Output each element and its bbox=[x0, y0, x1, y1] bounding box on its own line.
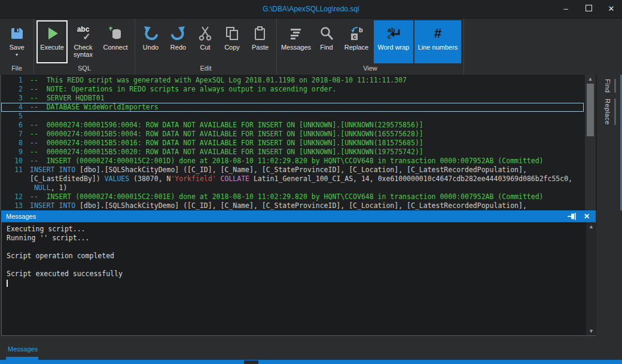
line-numbers-icon: # bbox=[434, 23, 441, 44]
replace-button[interactable]: b c Replace bbox=[340, 20, 373, 63]
scroll-up-icon[interactable]: ▲ bbox=[585, 75, 596, 83]
code-text: NULL, 1) bbox=[30, 183, 67, 192]
code-text: -- 00000274:000015B5:0020: ROW DATA NOT … bbox=[30, 148, 423, 157]
code-text: INSERT INTO [dbo].[SQLShackCityDemo] ([C… bbox=[30, 166, 527, 175]
editor-line: 2-- NOTE: Operations in REDO scripts are… bbox=[1, 85, 597, 94]
save-icon bbox=[9, 23, 25, 44]
replace-icon: b c bbox=[349, 23, 364, 44]
editor-line: 3-- SERVER HQDBT01 bbox=[1, 94, 597, 103]
console-line: Script executed successfully bbox=[7, 270, 595, 279]
save-dropdown-caret-icon[interactable]: ▾ bbox=[16, 51, 18, 59]
paste-button[interactable]: Paste bbox=[246, 20, 274, 63]
line-number: 9 bbox=[1, 148, 30, 157]
scroll-down-icon[interactable]: ▼ bbox=[586, 327, 596, 335]
line-number: 1 bbox=[1, 76, 30, 85]
bottom-accent-bar bbox=[0, 360, 622, 364]
title-bar: G:\DBA\ApexSQLLog\redo.sql – ✕ bbox=[0, 0, 622, 19]
code-text: -- INSERT (00000274:000015C2:001D) done … bbox=[30, 157, 544, 166]
line-number: 11 bbox=[1, 166, 30, 175]
console-line: Script operation completed bbox=[7, 252, 595, 261]
check-syntax-button[interactable]: abc ✓ Check syntax bbox=[69, 20, 97, 63]
editor-line: 6-- 00000274:00001596:0004: ROW DATA NOT… bbox=[1, 121, 597, 130]
word-wrap-icon: ab c bbox=[385, 23, 402, 44]
line-number: 6 bbox=[1, 121, 30, 130]
console-line bbox=[7, 261, 595, 270]
find-icon bbox=[319, 23, 334, 44]
line-number: 3 bbox=[1, 94, 30, 103]
line-number: 4 bbox=[1, 103, 30, 112]
messages-console[interactable]: Executing script...Running '' script...S… bbox=[1, 222, 596, 336]
redo-icon bbox=[170, 23, 186, 44]
execute-button[interactable]: Execute bbox=[36, 20, 68, 63]
window-title: G:\DBA\ApexSQLLog\redo.sql bbox=[0, 5, 622, 13]
toolbar-group-view: Messages Find b bbox=[277, 19, 464, 75]
line-number bbox=[1, 175, 30, 183]
toolbar-group-edit: Undo Redo C bbox=[135, 19, 277, 75]
messages-scrollbar[interactable]: ▲ ▼ bbox=[586, 222, 596, 335]
messages-panel-title: Messages bbox=[6, 213, 36, 220]
code-text: -- This REDO script was generated with A… bbox=[30, 76, 407, 85]
console-line bbox=[7, 243, 595, 252]
editor-line: 13INSERT INTO [dbo].[SQLShackCityDemo] (… bbox=[1, 201, 597, 210]
console-line: Executing script... bbox=[7, 225, 595, 234]
code-text: [C_LastEditedBy]) VALUES (38070, N'Yorkf… bbox=[30, 175, 572, 183]
line-number: 12 bbox=[1, 192, 30, 201]
editor-line: 5 bbox=[1, 112, 597, 121]
toolbar-group-sql: Execute abc ✓ Check syntax Connect bbox=[34, 19, 135, 75]
paste-icon bbox=[252, 23, 268, 44]
toolbar-group-file: Save ▾ File bbox=[0, 19, 34, 75]
svg-text:c: c bbox=[353, 33, 356, 40]
close-icon[interactable]: ✕ bbox=[606, 4, 616, 14]
toolbar-group-label-view: View bbox=[279, 63, 462, 75]
code-editor[interactable]: 1-- This REDO script was generated with … bbox=[0, 75, 597, 210]
messages-panel: Messages ✕ Executing script...Running ''… bbox=[0, 210, 597, 337]
connect-icon bbox=[107, 23, 124, 44]
code-text: -- 00000274:000015B5:0016: ROW DATA NOT … bbox=[30, 139, 423, 148]
messages-panel-header[interactable]: Messages ✕ bbox=[1, 210, 596, 222]
line-number: 13 bbox=[1, 201, 30, 210]
toolbar-group-label-file: File bbox=[2, 63, 32, 75]
editor-line: 11INSERT INTO [dbo].[SQLShackCityDemo] (… bbox=[1, 166, 597, 175]
messages-close-icon[interactable]: ✕ bbox=[584, 212, 590, 221]
undo-button[interactable]: Undo bbox=[138, 20, 164, 63]
code-text: INSERT INTO [dbo].[SQLShackCityDemo] ([C… bbox=[30, 201, 527, 210]
console-line bbox=[7, 279, 595, 287]
console-lines: Executing script...Running '' script...S… bbox=[7, 225, 595, 287]
line-number: 8 bbox=[1, 139, 30, 148]
check-syntax-icon: abc ✓ bbox=[75, 23, 90, 44]
text-cursor bbox=[7, 280, 8, 287]
find-button[interactable]: Find bbox=[314, 20, 339, 63]
minimize-icon[interactable]: – bbox=[561, 4, 571, 14]
code-text: -- NOTE: Operations in REDO scripts are … bbox=[30, 85, 336, 94]
editor-line: 8-- 00000274:000015B5:0016: ROW DATA NOT… bbox=[1, 139, 597, 148]
copy-button[interactable]: Copy bbox=[219, 20, 245, 63]
side-tab-find[interactable]: Find bbox=[604, 79, 622, 93]
messages-icon bbox=[288, 23, 304, 44]
save-button[interactable]: Save ▾ bbox=[2, 20, 31, 63]
word-wrap-toggle[interactable]: ab c Word wrap bbox=[374, 20, 413, 63]
toolbar-group-label-sql: SQL bbox=[36, 63, 133, 75]
editor-scrollbar[interactable]: ▲ bbox=[585, 75, 596, 210]
line-numbers-toggle[interactable]: # Line numbers bbox=[414, 20, 461, 63]
bottom-tab-strip: Messages bbox=[0, 337, 622, 360]
taskbar-icon-fragment bbox=[244, 360, 258, 364]
maximize-icon[interactable] bbox=[584, 4, 593, 14]
bottom-tab-messages[interactable]: Messages bbox=[8, 345, 38, 353]
scroll-up-icon[interactable]: ▲ bbox=[586, 222, 596, 231]
pin-icon[interactable] bbox=[567, 212, 577, 221]
undo-icon bbox=[143, 23, 158, 44]
messages-button[interactable]: Messages bbox=[279, 20, 313, 63]
editor-line: 10-- INSERT (00000274:000015C2:001D) don… bbox=[1, 157, 597, 166]
redo-button[interactable]: Redo bbox=[165, 20, 191, 63]
side-tab-replace[interactable]: Replace bbox=[604, 99, 622, 125]
toolbar-filler bbox=[464, 19, 622, 75]
editor-line: [C_LastEditedBy]) VALUES (38070, N'Yorkf… bbox=[1, 175, 597, 183]
editor-line: 9-- 00000274:000015B5:0020: ROW DATA NOT… bbox=[1, 148, 597, 157]
editor-line: 12-- INSERT (00000274:000015C2:001E) don… bbox=[1, 192, 597, 201]
cut-button[interactable]: Cut bbox=[193, 20, 218, 63]
code-text: -- 00000274:00001596:0004: ROW DATA NOT … bbox=[30, 121, 423, 130]
editor-scrollbar-thumb[interactable] bbox=[587, 84, 594, 136]
line-number: 7 bbox=[1, 130, 30, 139]
line-number bbox=[1, 183, 30, 192]
connect-button[interactable]: Connect bbox=[99, 20, 132, 63]
